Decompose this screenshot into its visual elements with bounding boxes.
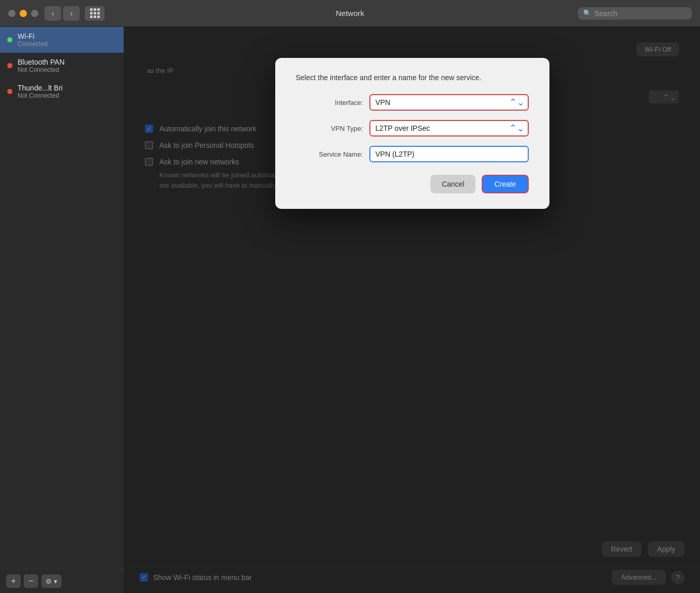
interface-select[interactable]: VPN Ethernet Wi-Fi — [369, 94, 529, 111]
dialog-title: Select the interface and enter a name fo… — [296, 73, 529, 82]
service-name-label: Service Name: — [296, 150, 363, 158]
thunderbolt-status: Not Connected — [18, 92, 116, 99]
interface-label: Interface: — [296, 99, 363, 107]
sidebar-item-wifi-text: Wi-Fi Connected — [18, 32, 116, 48]
forward-button[interactable]: › — [63, 6, 80, 21]
bluetooth-status-dot — [7, 63, 12, 68]
search-icon: 🔍 — [583, 9, 591, 17]
vpn-type-label: VPN Type: — [296, 125, 363, 132]
sidebar: Wi-Fi Connected Bluetooth PAN Not Connec… — [0, 27, 124, 593]
main-area: Wi-Fi Connected Bluetooth PAN Not Connec… — [0, 27, 700, 593]
vpn-type-select[interactable]: L2TP over IPSec IKEv2 Cisco IPSec — [369, 120, 529, 136]
maximize-button[interactable] — [31, 10, 38, 17]
bluetooth-status: Not Connected — [18, 66, 116, 73]
wifi-name: Wi-Fi — [18, 32, 116, 40]
search-input[interactable] — [594, 9, 677, 18]
gear-chevron-icon: ▾ — [54, 577, 57, 585]
bluetooth-name: Bluetooth PAN — [18, 58, 116, 66]
window-title: Network — [336, 9, 364, 18]
service-name-row: Service Name: — [296, 146, 529, 162]
vpn-type-select-wrapper: L2TP over IPSec IKEv2 Cisco IPSec ⌃⌄ — [369, 120, 529, 136]
wifi-status: Connected — [18, 40, 116, 48]
vpn-type-row: VPN Type: L2TP over IPSec IKEv2 Cisco IP… — [296, 120, 529, 136]
thunderbolt-status-dot — [7, 89, 12, 94]
gear-icon: ⚙ — [46, 577, 52, 585]
traffic-lights — [8, 10, 38, 17]
back-button[interactable]: ‹ — [44, 6, 61, 21]
search-box[interactable]: 🔍 — [578, 7, 692, 20]
sidebar-item-thunderbolt[interactable]: Thunde...lt Bri Not Connected — [0, 79, 124, 104]
grid-view-button[interactable] — [85, 6, 105, 21]
title-bar: ‹ › Network 🔍 — [0, 0, 700, 27]
gear-menu-button[interactable]: ⚙ ▾ — [41, 574, 62, 588]
interface-select-wrapper: VPN Ethernet Wi-Fi ⌃⌄ — [369, 94, 529, 111]
add-service-button[interactable]: + — [6, 574, 21, 588]
sidebar-list: Wi-Fi Connected Bluetooth PAN Not Connec… — [0, 27, 124, 569]
dialog-overlay: Select the interface and enter a name fo… — [124, 27, 700, 593]
remove-service-button[interactable]: − — [24, 574, 38, 588]
content-area: Wi-Fi Off as the IP ⌃⌄ Automatically joi… — [124, 27, 700, 593]
thunderbolt-name: Thunde...lt Bri — [18, 84, 116, 92]
new-service-dialog: Select the interface and enter a name fo… — [275, 58, 549, 209]
wifi-status-dot — [7, 37, 12, 42]
minimize-button[interactable] — [20, 10, 27, 17]
close-button[interactable] — [8, 10, 16, 17]
sidebar-footer: + − ⚙ ▾ — [0, 569, 124, 593]
sidebar-item-thunderbolt-text: Thunde...lt Bri Not Connected — [18, 84, 116, 99]
service-name-input[interactable] — [369, 146, 529, 162]
cancel-button[interactable]: Cancel — [430, 175, 476, 193]
sidebar-item-bluetooth[interactable]: Bluetooth PAN Not Connected — [0, 53, 124, 79]
dialog-buttons: Cancel Create — [296, 175, 529, 193]
nav-buttons: ‹ › — [44, 6, 80, 21]
grid-icon — [90, 8, 100, 18]
sidebar-item-wifi[interactable]: Wi-Fi Connected — [0, 27, 124, 53]
create-button[interactable]: Create — [482, 175, 528, 193]
interface-row: Interface: VPN Ethernet Wi-Fi ⌃⌄ — [296, 94, 529, 111]
sidebar-item-bluetooth-text: Bluetooth PAN Not Connected — [18, 58, 116, 73]
